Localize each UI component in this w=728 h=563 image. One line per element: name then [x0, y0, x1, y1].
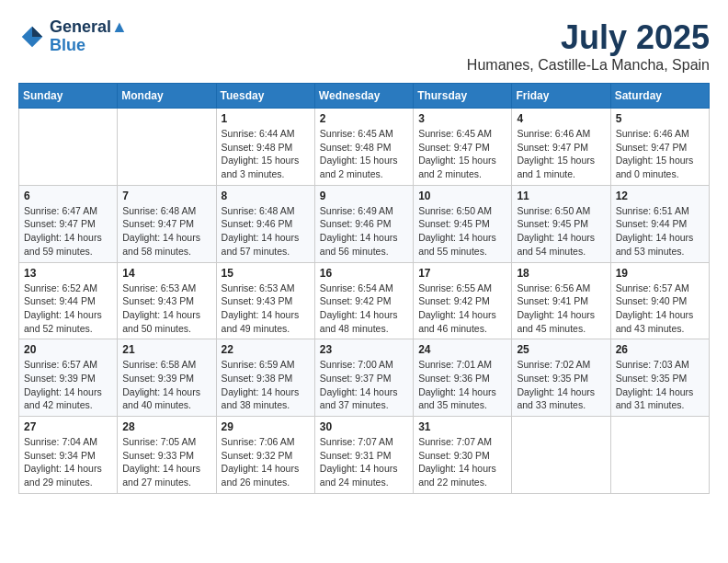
day-number: 21	[122, 343, 210, 356]
calendar-cell: 13Sunrise: 6:52 AM Sunset: 9:44 PM Dayli…	[19, 262, 118, 339]
day-info: Sunrise: 6:52 AM Sunset: 9:44 PM Dayligh…	[24, 282, 112, 336]
calendar-cell: 5Sunrise: 6:46 AM Sunset: 9:47 PM Daylig…	[610, 109, 709, 186]
month-title: July 2025	[467, 18, 710, 57]
day-info: Sunrise: 7:04 AM Sunset: 9:34 PM Dayligh…	[24, 435, 112, 489]
day-number: 16	[320, 267, 408, 280]
day-info: Sunrise: 6:49 AM Sunset: 9:46 PM Dayligh…	[320, 204, 408, 259]
day-number: 2	[320, 112, 408, 125]
calendar-cell	[19, 109, 118, 186]
calendar-week-2: 6Sunrise: 6:47 AM Sunset: 9:47 PM Daylig…	[19, 185, 710, 262]
calendar-cell	[118, 109, 216, 186]
calendar-week-3: 13Sunrise: 6:52 AM Sunset: 9:44 PM Dayli…	[19, 262, 710, 339]
calendar-cell: 6Sunrise: 6:47 AM Sunset: 9:47 PM Daylig…	[19, 185, 118, 262]
day-info: Sunrise: 6:47 AM Sunset: 9:47 PM Dayligh…	[24, 204, 112, 259]
day-info: Sunrise: 6:48 AM Sunset: 9:46 PM Dayligh…	[222, 204, 310, 259]
day-number: 11	[517, 190, 605, 202]
day-info: Sunrise: 6:48 AM Sunset: 9:47 PM Dayligh…	[122, 204, 210, 259]
day-info: Sunrise: 6:46 AM Sunset: 9:47 PM Dayligh…	[616, 127, 704, 181]
day-number: 24	[418, 343, 506, 356]
logo-text: General▲ Blue	[50, 18, 128, 55]
calendar-cell: 19Sunrise: 6:57 AM Sunset: 9:40 PM Dayli…	[610, 262, 709, 339]
logo: General▲ Blue	[18, 18, 128, 55]
day-number: 25	[517, 343, 605, 356]
day-number: 29	[222, 420, 310, 433]
day-info: Sunrise: 6:45 AM Sunset: 9:48 PM Dayligh…	[320, 127, 408, 181]
day-info: Sunrise: 6:55 AM Sunset: 9:42 PM Dayligh…	[418, 282, 506, 336]
calendar-cell: 24Sunrise: 7:01 AM Sunset: 9:36 PM Dayli…	[414, 339, 512, 417]
day-number: 8	[222, 190, 310, 202]
day-number: 10	[418, 190, 506, 202]
day-number: 6	[24, 190, 112, 202]
calendar-cell: 8Sunrise: 6:48 AM Sunset: 9:46 PM Daylig…	[216, 185, 314, 262]
day-info: Sunrise: 6:53 AM Sunset: 9:43 PM Dayligh…	[222, 282, 310, 336]
calendar-cell: 22Sunrise: 6:59 AM Sunset: 9:38 PM Dayli…	[216, 339, 314, 417]
day-info: Sunrise: 7:02 AM Sunset: 9:35 PM Dayligh…	[517, 358, 605, 412]
calendar-week-1: 1Sunrise: 6:44 AM Sunset: 9:48 PM Daylig…	[19, 109, 710, 186]
calendar-table: SundayMondayTuesdayWednesdayThursdayFrid…	[18, 83, 710, 494]
location: Humanes, Castille-La Mancha, Spain	[467, 57, 710, 74]
day-number: 30	[320, 420, 408, 433]
calendar-cell: 28Sunrise: 7:05 AM Sunset: 9:33 PM Dayli…	[118, 417, 216, 494]
day-number: 23	[320, 343, 408, 356]
calendar-cell: 21Sunrise: 6:58 AM Sunset: 9:39 PM Dayli…	[118, 339, 216, 417]
day-info: Sunrise: 6:51 AM Sunset: 9:44 PM Dayligh…	[616, 204, 704, 259]
day-number: 13	[24, 267, 112, 280]
calendar-cell: 1Sunrise: 6:44 AM Sunset: 9:48 PM Daylig…	[216, 109, 314, 186]
weekday-header-monday: Monday	[118, 84, 216, 109]
day-number: 31	[418, 420, 506, 433]
day-info: Sunrise: 7:03 AM Sunset: 9:35 PM Dayligh…	[616, 358, 704, 412]
weekday-header-sunday: Sunday	[19, 84, 118, 109]
day-info: Sunrise: 6:50 AM Sunset: 9:45 PM Dayligh…	[517, 204, 605, 259]
day-info: Sunrise: 6:53 AM Sunset: 9:43 PM Dayligh…	[122, 282, 210, 336]
calendar-cell: 20Sunrise: 6:57 AM Sunset: 9:39 PM Dayli…	[19, 339, 118, 417]
calendar-cell: 14Sunrise: 6:53 AM Sunset: 9:43 PM Dayli…	[118, 262, 216, 339]
calendar-cell	[512, 417, 610, 494]
weekday-header-tuesday: Tuesday	[216, 84, 314, 109]
day-number: 7	[122, 190, 210, 202]
day-number: 12	[616, 190, 704, 202]
day-number: 20	[24, 343, 112, 356]
page-header: General▲ Blue July 2025 Humanes, Castill…	[18, 18, 710, 74]
weekday-header-saturday: Saturday	[610, 84, 709, 109]
day-info: Sunrise: 6:44 AM Sunset: 9:48 PM Dayligh…	[222, 127, 310, 181]
day-info: Sunrise: 6:59 AM Sunset: 9:38 PM Dayligh…	[222, 358, 310, 412]
day-info: Sunrise: 6:57 AM Sunset: 9:39 PM Dayligh…	[24, 358, 112, 412]
day-number: 3	[418, 112, 506, 125]
calendar-cell: 12Sunrise: 6:51 AM Sunset: 9:44 PM Dayli…	[610, 185, 709, 262]
calendar-cell: 9Sunrise: 6:49 AM Sunset: 9:46 PM Daylig…	[314, 185, 413, 262]
day-number: 5	[616, 112, 704, 125]
calendar-cell: 30Sunrise: 7:07 AM Sunset: 9:31 PM Dayli…	[314, 417, 413, 494]
day-info: Sunrise: 6:56 AM Sunset: 9:41 PM Dayligh…	[517, 282, 605, 336]
day-info: Sunrise: 6:50 AM Sunset: 9:45 PM Dayligh…	[418, 204, 506, 259]
weekday-header-thursday: Thursday	[414, 84, 512, 109]
day-number: 1	[222, 112, 310, 125]
weekday-header-wednesday: Wednesday	[314, 84, 413, 109]
weekday-header-row: SundayMondayTuesdayWednesdayThursdayFrid…	[19, 84, 710, 109]
day-number: 15	[222, 267, 310, 280]
calendar-cell: 16Sunrise: 6:54 AM Sunset: 9:42 PM Dayli…	[314, 262, 413, 339]
calendar-cell: 25Sunrise: 7:02 AM Sunset: 9:35 PM Dayli…	[512, 339, 610, 417]
day-info: Sunrise: 6:58 AM Sunset: 9:39 PM Dayligh…	[122, 358, 210, 412]
weekday-header-friday: Friday	[512, 84, 610, 109]
day-info: Sunrise: 6:46 AM Sunset: 9:47 PM Dayligh…	[517, 127, 605, 181]
day-info: Sunrise: 7:06 AM Sunset: 9:32 PM Dayligh…	[222, 435, 310, 489]
calendar-cell: 11Sunrise: 6:50 AM Sunset: 9:45 PM Dayli…	[512, 185, 610, 262]
calendar-cell: 4Sunrise: 6:46 AM Sunset: 9:47 PM Daylig…	[512, 109, 610, 186]
day-number: 4	[517, 112, 605, 125]
day-info: Sunrise: 7:01 AM Sunset: 9:36 PM Dayligh…	[418, 358, 506, 412]
day-info: Sunrise: 6:54 AM Sunset: 9:42 PM Dayligh…	[320, 282, 408, 336]
calendar-cell: 15Sunrise: 6:53 AM Sunset: 9:43 PM Dayli…	[216, 262, 314, 339]
day-number: 26	[616, 343, 704, 356]
calendar-cell: 3Sunrise: 6:45 AM Sunset: 9:47 PM Daylig…	[414, 109, 512, 186]
title-block: July 2025 Humanes, Castille-La Mancha, S…	[467, 18, 710, 74]
day-number: 28	[122, 420, 210, 433]
day-info: Sunrise: 7:00 AM Sunset: 9:37 PM Dayligh…	[320, 358, 408, 412]
calendar-cell: 27Sunrise: 7:04 AM Sunset: 9:34 PM Dayli…	[19, 417, 118, 494]
calendar-cell: 18Sunrise: 6:56 AM Sunset: 9:41 PM Dayli…	[512, 262, 610, 339]
calendar-cell: 26Sunrise: 7:03 AM Sunset: 9:35 PM Dayli…	[610, 339, 709, 417]
day-info: Sunrise: 6:57 AM Sunset: 9:40 PM Dayligh…	[616, 282, 704, 336]
calendar-week-5: 27Sunrise: 7:04 AM Sunset: 9:34 PM Dayli…	[19, 417, 710, 494]
day-number: 19	[616, 267, 704, 280]
day-info: Sunrise: 7:07 AM Sunset: 9:30 PM Dayligh…	[418, 435, 506, 489]
day-number: 18	[517, 267, 605, 280]
